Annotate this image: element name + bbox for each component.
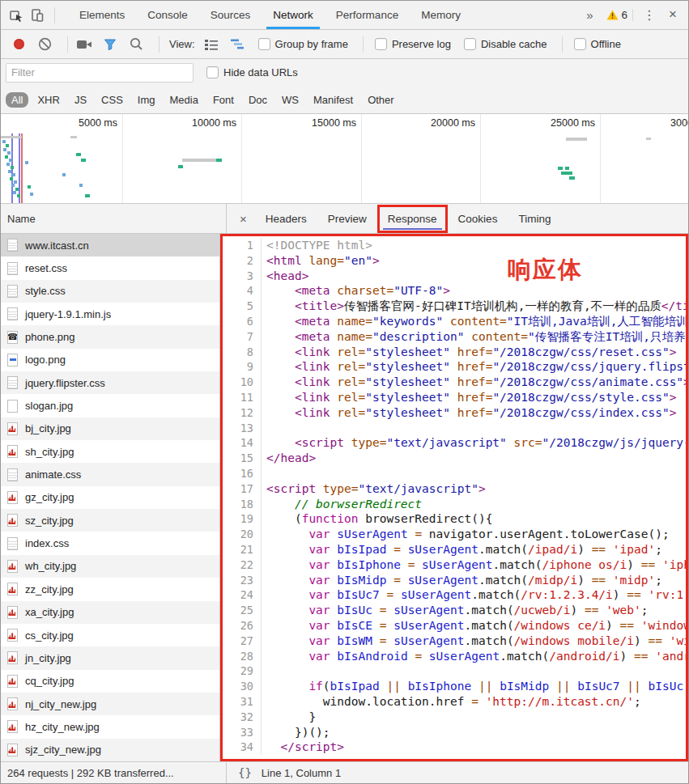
pretty-print-icon[interactable]: {} — [238, 766, 252, 779]
code-token: /midp/i — [528, 574, 577, 587]
hide-data-urls-checkbox[interactable]: Hide data URLs — [206, 66, 298, 78]
search-icon[interactable] — [126, 35, 146, 54]
response-code-editor[interactable]: 1<!DOCTYPE html>2<html lang="en">3<head>… — [223, 236, 686, 759]
type-filter-img[interactable]: Img — [132, 92, 161, 108]
request-row[interactable]: wh_city.jpg — [1, 555, 219, 578]
type-filter-all[interactable]: All — [6, 92, 28, 108]
line-number: 29 — [223, 663, 262, 679]
type-filter-xhr[interactable]: XHR — [32, 92, 65, 108]
overview-event-mark — [3, 148, 6, 151]
request-row[interactable]: reset.css — [1, 256, 219, 279]
checkbox-preserve-log[interactable]: Preserve log — [375, 38, 451, 50]
detail-tab-preview[interactable]: Preview — [317, 204, 377, 233]
line-content: var bIsMidp = sUserAgent.match(/midp/i) … — [262, 573, 686, 588]
request-row[interactable]: index.css — [1, 532, 219, 554]
capture-screenshots-icon[interactable] — [74, 35, 94, 54]
request-row[interactable]: jn_city.jpg — [1, 646, 219, 669]
request-name: logo.png — [25, 354, 66, 366]
request-name: gz_city.jpg — [25, 491, 74, 503]
tab-console[interactable]: Console — [136, 1, 199, 29]
tab-memory[interactable]: Memory — [410, 1, 472, 29]
device-toolbar-icon[interactable] — [27, 5, 48, 26]
file-icon — [6, 261, 19, 276]
code-token: ( — [266, 512, 302, 525]
console-warnings-badge[interactable]: 6 — [602, 9, 634, 21]
filter-icon[interactable] — [100, 35, 120, 54]
close-detail-pane-icon[interactable]: × — [232, 204, 255, 233]
type-filter-doc[interactable]: Doc — [243, 92, 273, 108]
file-icon — [6, 398, 19, 413]
code-token: ( — [323, 680, 330, 693]
request-row[interactable]: animate.css — [1, 463, 219, 485]
code-token: sUserAgent — [393, 604, 464, 617]
type-filter-ws[interactable]: WS — [276, 92, 304, 108]
request-row[interactable]: cq_city.jpg — [1, 670, 219, 693]
request-row[interactable]: cs_city.jpg — [1, 624, 219, 646]
tab-elements[interactable]: Elements — [68, 1, 136, 29]
code-token — [641, 588, 649, 601]
request-row[interactable]: nj_city_new.jpg — [1, 693, 219, 715]
network-overview-timeline[interactable]: 5000 ms10000 ms15000 ms20000 ms25000 ms3… — [1, 114, 688, 204]
detail-tab-cookies[interactable]: Cookies — [448, 204, 508, 233]
checkbox-group-by-frame[interactable]: Group by frame — [258, 38, 348, 50]
code-token: /rv:1.2.3.4/i — [521, 588, 613, 601]
type-filter-media[interactable]: Media — [164, 92, 203, 108]
name-column-header[interactable]: Name — [1, 204, 227, 233]
code-token — [266, 604, 308, 617]
request-row[interactable]: xa_city.jpg — [1, 601, 219, 624]
document-icon — [7, 537, 18, 550]
tab-sources[interactable]: Sources — [199, 1, 262, 29]
type-filter-manifest[interactable]: Manifest — [308, 92, 359, 108]
record-network-log-button[interactable] — [9, 35, 28, 54]
detail-tab-headers[interactable]: Headers — [255, 204, 317, 233]
code-token: /iphone os/i — [542, 558, 627, 571]
request-row[interactable]: sjz_city_new.jpg — [1, 739, 219, 761]
line-number: 2 — [223, 253, 262, 269]
detail-tab-response[interactable]: Response — [377, 205, 448, 233]
type-filter-other[interactable]: Other — [362, 92, 400, 108]
request-row[interactable]: sz_city.jpg — [1, 509, 219, 532]
code-token: ) — [606, 619, 619, 632]
request-row[interactable]: sh_city.jpg — [1, 440, 219, 463]
more-tabs-icon[interactable]: » — [581, 8, 598, 22]
close-devtools-icon[interactable]: × — [666, 6, 683, 24]
code-token: > — [372, 254, 380, 267]
checkbox-label: Preserve log — [392, 38, 451, 50]
filter-input[interactable] — [6, 63, 194, 83]
type-filter-js[interactable]: JS — [69, 92, 92, 108]
request-row[interactable]: bj_city.jpg — [1, 417, 219, 440]
request-row[interactable]: slogan.jpg — [1, 394, 219, 417]
request-row[interactable]: ☎phone.png — [1, 325, 219, 348]
request-row[interactable]: www.itcast.cn — [1, 234, 219, 256]
request-row[interactable]: gz_city.jpg — [1, 486, 219, 509]
line-content: window.location.href = 'http://m.itcast.… — [262, 694, 686, 710]
request-row[interactable]: zz_city.jpg — [1, 578, 219, 600]
tab-performance[interactable]: Performance — [325, 1, 410, 29]
code-token: .match( — [478, 543, 528, 556]
inspect-element-icon[interactable] — [6, 5, 27, 26]
code-token — [634, 619, 641, 632]
panel-tabs: ElementsConsoleSourcesNetworkPerformance… — [68, 1, 472, 29]
tab-network[interactable]: Network — [262, 1, 325, 29]
request-row[interactable]: hz_city_new.jpg — [1, 715, 219, 738]
clear-network-log-button[interactable] — [35, 35, 54, 54]
code-token: bIsUc — [337, 604, 372, 617]
code-token: <script — [295, 436, 344, 449]
checkbox-offline[interactable]: Offline — [574, 38, 621, 50]
show-overview-waterfall-icon[interactable] — [228, 35, 247, 54]
type-filter-font[interactable]: Font — [207, 92, 240, 108]
code-token: == — [648, 634, 661, 647]
use-large-rows-icon[interactable] — [202, 35, 221, 54]
code-token: /windows ce/i — [514, 619, 606, 632]
code-token — [655, 558, 662, 571]
type-filter-css[interactable]: CSS — [96, 92, 129, 108]
document-icon — [7, 239, 18, 252]
checkbox-disable-cache[interactable]: Disable cache — [464, 38, 547, 50]
request-row[interactable]: logo.png — [1, 349, 219, 371]
customize-menu-icon[interactable]: ⋮ — [636, 7, 662, 23]
request-row[interactable]: style.css — [1, 280, 219, 303]
code-line: 14 <script type="text/javascript" src="/… — [223, 435, 686, 451]
request-row[interactable]: jquery-1.9.1.min.js — [1, 303, 219, 325]
request-row[interactable]: jquery.flipster.css — [1, 371, 219, 394]
detail-tab-timing[interactable]: Timing — [508, 204, 561, 233]
